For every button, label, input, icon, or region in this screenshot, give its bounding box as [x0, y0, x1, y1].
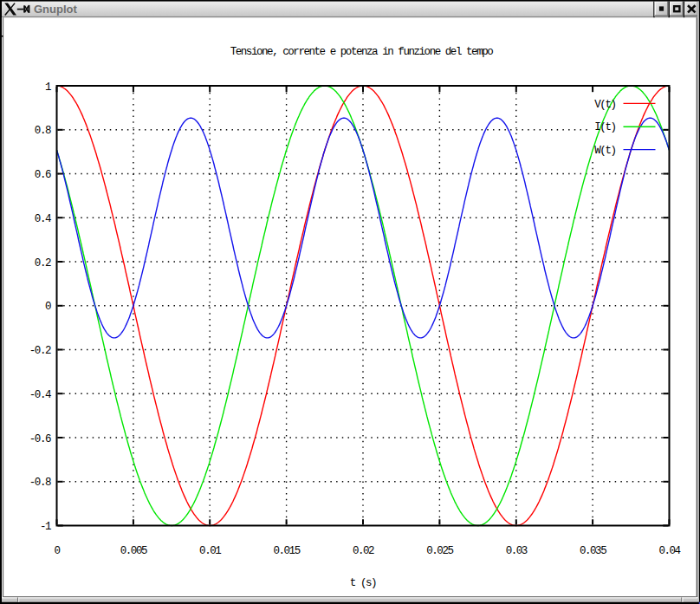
svg-text:0.03: 0.03 [506, 545, 528, 557]
svg-text:-0.2: -0.2 [29, 345, 51, 357]
svg-text:0.035: 0.035 [580, 545, 606, 557]
svg-text:-0.6: -0.6 [29, 433, 51, 445]
svg-text:0.4: 0.4 [35, 213, 51, 225]
svg-text:0.025: 0.025 [426, 545, 453, 557]
svg-text:0.005: 0.005 [120, 545, 147, 557]
svg-text:0.6: 0.6 [35, 169, 51, 181]
svg-text:0: 0 [54, 545, 60, 557]
svg-text:0.02: 0.02 [353, 545, 374, 557]
svg-text:I(t): I(t) [594, 121, 615, 133]
svg-text:0.8: 0.8 [35, 125, 51, 137]
svg-text:V(t): V(t) [594, 99, 615, 111]
svg-text:0.01: 0.01 [199, 545, 221, 557]
svg-text:Tensione, corrente e potenza i: Tensione, corrente e potenza in funzione… [230, 46, 494, 58]
svg-text:-0.8: -0.8 [29, 477, 51, 489]
svg-text:t (s): t (s) [350, 577, 376, 589]
svg-text:1: 1 [45, 81, 51, 94]
svg-text:0.015: 0.015 [273, 545, 300, 557]
svg-text:W(t): W(t) [594, 145, 615, 157]
svg-text:-0.4: -0.4 [29, 389, 51, 401]
svg-text:0.2: 0.2 [35, 257, 51, 270]
svg-text:Gnuplot: Gnuplot [34, 3, 77, 16]
svg-text:0: 0 [45, 301, 51, 313]
svg-text:0.04: 0.04 [658, 545, 680, 557]
svg-text:-1: -1 [40, 521, 51, 533]
